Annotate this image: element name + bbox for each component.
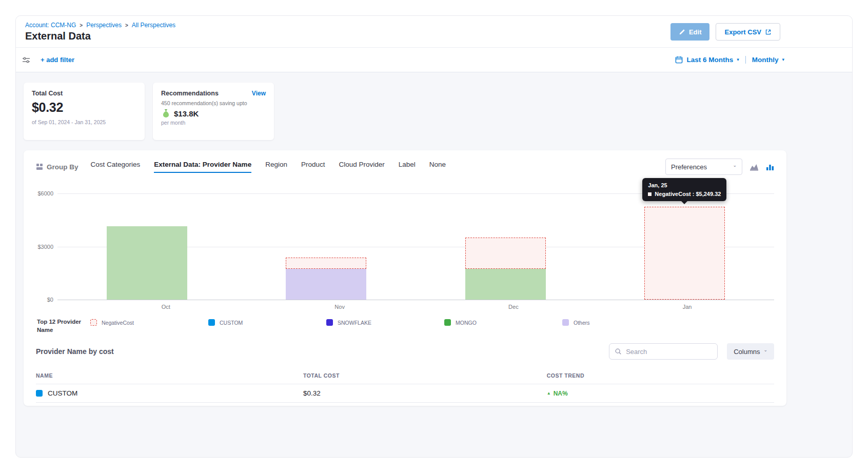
chevron-down-icon bbox=[763, 349, 767, 354]
savings-period: per month bbox=[161, 120, 266, 126]
table-title: Provider Name by cost bbox=[36, 347, 114, 356]
legend-swatch bbox=[90, 319, 97, 326]
legend-item[interactable]: SNOWFLAKE bbox=[326, 319, 444, 326]
granularity-picker[interactable]: Monthly bbox=[752, 56, 779, 64]
legend-item[interactable]: CUSTOM bbox=[208, 319, 326, 326]
trend-up-icon bbox=[547, 391, 551, 396]
groupby-tab[interactable]: Cost Categories bbox=[91, 161, 141, 173]
bar-segment-MONGO[interactable] bbox=[107, 226, 187, 300]
y-axis-tick: $6000 bbox=[34, 190, 53, 196]
bar-group[interactable] bbox=[595, 193, 774, 300]
search-icon bbox=[615, 348, 622, 355]
row-name: CUSTOM bbox=[48, 389, 77, 397]
external-link-icon bbox=[765, 29, 772, 35]
breadcrumb-item[interactable]: Perspectives bbox=[86, 22, 122, 29]
summary-cards: Total Cost $0.32 of Sep 01, 2024 - Jan 3… bbox=[24, 83, 844, 140]
bar-group[interactable] bbox=[236, 193, 416, 300]
page-body: Total Cost $0.32 of Sep 01, 2024 - Jan 3… bbox=[16, 72, 852, 406]
x-axis-label: Oct bbox=[79, 304, 253, 310]
date-controls: Last 6 Months Monthly bbox=[675, 56, 784, 64]
chevron-down-icon bbox=[733, 164, 737, 169]
export-csv-button[interactable]: Export CSV bbox=[716, 23, 780, 41]
filter-icon[interactable] bbox=[22, 56, 30, 64]
y-axis-tick: $0 bbox=[34, 297, 53, 303]
recommendations-summary: 450 recommendation(s) saving upto bbox=[161, 100, 266, 106]
header-left: Account: CCM-NGPerspectivesAll Perspecti… bbox=[25, 22, 175, 42]
columns-label: Columns bbox=[734, 348, 760, 356]
chart-tooltip: Jan, 25 NegativeCost : $5,249.32 bbox=[642, 178, 726, 201]
bar-stack bbox=[465, 193, 546, 300]
page-header: Account: CCM-NGPerspectivesAll Perspecti… bbox=[16, 16, 852, 48]
row-cost-trend: NA% bbox=[547, 390, 774, 397]
cost-chart: $6000 $3000 $0 Jan, 25 NegativeCost : $5… bbox=[36, 193, 774, 310]
groupby-tab[interactable]: Region bbox=[265, 161, 287, 173]
breadcrumb-item[interactable]: Account: CCM-NG bbox=[25, 22, 76, 29]
breadcrumb: Account: CCM-NGPerspectivesAll Perspecti… bbox=[25, 22, 175, 29]
breadcrumb-item[interactable]: All Perspectives bbox=[132, 22, 175, 29]
legend-swatch bbox=[444, 319, 451, 326]
bar-segment-MONGO[interactable] bbox=[465, 269, 546, 300]
legend-swatch bbox=[562, 319, 569, 326]
row-name-cell: CUSTOM bbox=[36, 389, 303, 397]
table-body: CUSTOM$0.32NA% bbox=[36, 384, 774, 403]
bar-segment-NegativeCost[interactable] bbox=[644, 207, 725, 300]
filter-bar: + add filter Last 6 Months Monthly bbox=[16, 48, 852, 72]
legend-items: NegativeCostCUSTOMSNOWFLAKEMONGOOthers bbox=[90, 318, 774, 326]
column-header-cost-trend[interactable]: COST TREND bbox=[547, 372, 774, 379]
total-cost-value: $0.32 bbox=[32, 100, 136, 115]
legend-item[interactable]: NegativeCost bbox=[90, 319, 208, 326]
bar-group[interactable] bbox=[416, 193, 595, 300]
area-chart-icon[interactable] bbox=[749, 163, 759, 171]
recommendations-card: Recommendations View 450 recommendation(… bbox=[153, 83, 274, 140]
add-filter-button[interactable]: + add filter bbox=[41, 56, 74, 64]
column-header-name[interactable]: NAME bbox=[36, 372, 303, 379]
chart-bars bbox=[57, 193, 774, 300]
preferences-dropdown[interactable]: Preferences bbox=[665, 159, 742, 175]
bar-chart-icon[interactable] bbox=[766, 163, 774, 171]
legend-item[interactable]: Others bbox=[562, 319, 680, 326]
x-axis-label: Nov bbox=[253, 304, 427, 310]
tooltip-series-swatch bbox=[648, 192, 652, 196]
chart-legend: Top 12 Provider Name NegativeCostCUSTOMS… bbox=[36, 318, 774, 334]
x-axis-label: Jan bbox=[600, 304, 774, 310]
group-by-icon bbox=[36, 163, 43, 170]
bar-segment-Others[interactable] bbox=[286, 269, 366, 300]
table-header: NAME TOTAL COST COST TREND bbox=[36, 367, 774, 384]
breadcrumb-separator bbox=[125, 23, 128, 28]
edit-button[interactable]: Edit bbox=[670, 23, 710, 41]
date-range-picker[interactable]: Last 6 Months bbox=[686, 56, 733, 64]
column-header-total-cost[interactable]: TOTAL COST bbox=[303, 372, 547, 379]
export-csv-label: Export CSV bbox=[724, 28, 761, 36]
bar-segment-NegativeCost[interactable] bbox=[286, 258, 366, 269]
groupby-tab[interactable]: Product bbox=[301, 161, 325, 173]
groupby-tab[interactable]: External Data: Provider Name bbox=[154, 161, 251, 173]
total-cost-card: Total Cost $0.32 of Sep 01, 2024 - Jan 3… bbox=[24, 83, 145, 140]
perspective-panel: Group By Cost CategoriesExternal Data: P… bbox=[24, 150, 786, 406]
groupby-row: Group By Cost CategoriesExternal Data: P… bbox=[36, 159, 774, 175]
table-row[interactable]: CUSTOM$0.32NA% bbox=[36, 384, 774, 403]
legend-item[interactable]: MONGO bbox=[444, 319, 562, 326]
legend-title: Top 12 Provider Name bbox=[37, 318, 90, 334]
legend-swatch bbox=[326, 319, 333, 326]
divider bbox=[745, 56, 746, 64]
groupby-tab[interactable]: Cloud Provider bbox=[339, 161, 384, 173]
tooltip-title: Jan, 25 bbox=[648, 182, 721, 188]
groupby-tab[interactable]: None bbox=[429, 161, 446, 173]
search-input[interactable] bbox=[626, 348, 712, 356]
view-recommendations-link[interactable]: View bbox=[252, 90, 266, 97]
edit-pencil-icon bbox=[679, 29, 685, 35]
total-cost-period: of Sep 01, 2024 - Jan 31, 2025 bbox=[32, 119, 136, 125]
group-by: Group By bbox=[36, 163, 78, 171]
search-box[interactable] bbox=[609, 343, 718, 360]
recommendations-label: Recommendations bbox=[161, 90, 219, 97]
columns-button[interactable]: Columns bbox=[727, 343, 774, 360]
edit-button-label: Edit bbox=[689, 28, 702, 36]
legend-label: Others bbox=[574, 320, 590, 326]
bar-stack bbox=[107, 193, 187, 300]
chart-plot: $6000 $3000 $0 Jan, 25 NegativeCost : $5… bbox=[57, 193, 774, 300]
bar-segment-NegativeCost[interactable] bbox=[465, 238, 546, 268]
chart-x-labels: OctNovDecJan bbox=[57, 304, 774, 310]
legend-label: MONGO bbox=[456, 320, 477, 326]
bar-group[interactable] bbox=[57, 193, 236, 300]
groupby-tab[interactable]: Label bbox=[399, 161, 416, 173]
